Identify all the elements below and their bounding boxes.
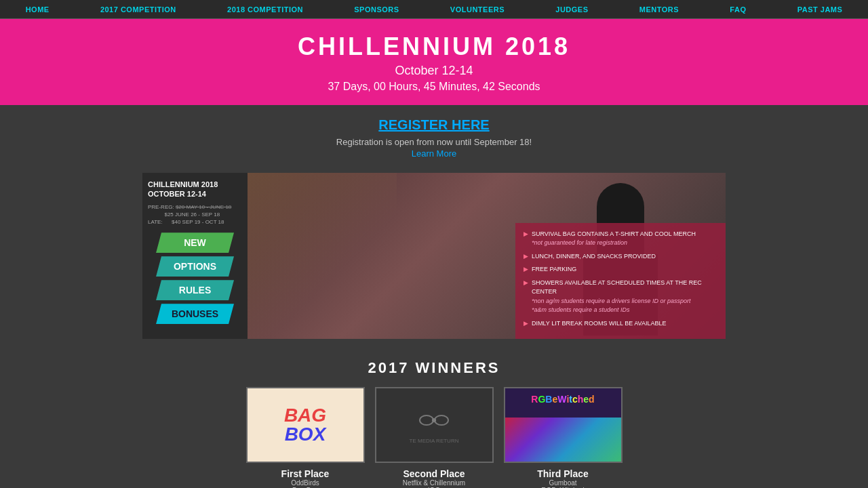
arrow-icon-3: ▶ [524, 265, 528, 274]
first-place-sponsor: OddBirds [246, 479, 365, 487]
nav-home[interactable]: HOME [20, 5, 55, 14]
second-place-image: TE MEDIA RETURN [375, 387, 494, 463]
menu-options-button[interactable]: OPTIONS [156, 256, 234, 277]
showers-note-2: *a&m students require a student IDs [532, 306, 630, 313]
event-title: CHILLENNIUM 2018 [0, 33, 868, 61]
first-place-card[interactable]: BAGBOX First Place OddBirds Bag Box [246, 387, 365, 488]
bag-box-art: BAGBOX [284, 406, 326, 444]
break-rooms-text: DIMLY LIT BREAK ROOMS WILL BE AVAILABLE [532, 319, 666, 329]
showers-note: *non ag/m students require a drivers lic… [532, 298, 691, 304]
third-place-label: Third Place [504, 468, 623, 479]
register-link[interactable]: REGISTER HERE [378, 117, 489, 132]
top-winners-row: BAGBOX First Place OddBirds Bag Box TE M… [0, 387, 868, 488]
arrow-icon-5: ▶ [524, 319, 528, 329]
showers-text: SHOWERS AVAILABLE AT SCHEDULED TIMES AT … [532, 279, 702, 296]
event-date: October 12-14 [0, 64, 868, 78]
promo-left-panel: CHILLENNIUM 2018 OCTOBER 12-14 PRE-REG: … [142, 173, 248, 339]
rgb-gradient [505, 418, 621, 462]
nav-mentors[interactable]: MENTORS [634, 5, 684, 14]
survival-bag-text: SURVIVAL BAG CONTAINS A T-SHIRT AND COOL… [532, 230, 696, 237]
third-place-card[interactable]: RGBeWitched Third Place Gumboat RGBeWitc… [504, 387, 623, 488]
overlay-lunch: ▶ LUNCH, DINNER, AND SNACKS PROVIDED [524, 252, 717, 262]
third-place-sponsor: Gumboat [504, 479, 623, 487]
winners-section: 2017 WINNERS BAGBOX First Place OddBirds… [0, 352, 868, 488]
svg-point-1 [420, 415, 433, 425]
menu-bonuses-button[interactable]: BONUSES [156, 304, 234, 324]
pricing-table: PRE-REG: $20 MAY 10 - JUNE 18 $25 JUNE 2… [148, 203, 242, 226]
registration-description: Registration is open from now until Sept… [0, 137, 868, 147]
rgb-title: RGBeWitched [531, 394, 594, 405]
second-place-card[interactable]: TE MEDIA RETURN Second Place Netflix & C… [375, 387, 494, 488]
nav-sponsors[interactable]: SPONSORS [349, 5, 404, 14]
menu-new-button[interactable]: NEW [156, 232, 234, 253]
window-light [248, 173, 397, 339]
vr-glasses-icon [417, 407, 451, 434]
arrow-icon: ▶ [524, 230, 528, 239]
overlay-survival-bag: ▶ SURVIVAL BAG CONTAINS A T-SHIRT AND CO… [524, 230, 717, 248]
nav-volunteers[interactable]: VOLUNTEERS [445, 5, 510, 14]
event-banner: CHILLENNIUM 2018 October 12-14 37 Days, … [0, 19, 868, 105]
first-place-image: BAGBOX [246, 387, 365, 463]
arrow-icon-4: ▶ [524, 279, 528, 288]
menu-rules-button[interactable]: RULES [156, 280, 234, 300]
arrow-icon-2: ▶ [524, 252, 528, 262]
nav-past-jams[interactable]: PAST JAMS [792, 5, 848, 14]
countdown-timer: 37 Days, 00 Hours, 45 Minutes, 42 Second… [0, 81, 868, 93]
first-place-label: First Place [246, 468, 365, 479]
lunch-text: LUNCH, DINNER, AND SNACKS PROVIDED [532, 252, 656, 262]
nav-judges[interactable]: JUDGES [550, 5, 593, 14]
nav-2017-competition[interactable]: 2017 COMPETITION [95, 5, 182, 14]
parking-text: FREE PARKING [532, 265, 576, 274]
main-navigation: HOME 2017 COMPETITION 2018 COMPETITION S… [0, 0, 868, 19]
survival-bag-note: *not guaranteed for late registration [532, 239, 627, 246]
nav-2018-competition[interactable]: 2018 COMPETITION [222, 5, 309, 14]
promo-features-overlay: ▶ SURVIVAL BAG CONTAINS A T-SHIRT AND CO… [515, 223, 726, 340]
overlay-break-rooms: ▶ DIMLY LIT BREAK ROOMS WILL BE AVAILABL… [524, 319, 717, 329]
learn-more-link[interactable]: Learn More [412, 148, 456, 159]
overlay-parking: ▶ FREE PARKING [524, 265, 717, 274]
overlay-showers: ▶ SHOWERS AVAILABLE AT SCHEDULED TIMES A… [524, 279, 717, 315]
promo-event-title: CHILLENNIUM 2018 OCTOBER 12-14 [148, 180, 242, 199]
second-place-text: TE MEDIA RETURN [410, 438, 459, 444]
third-place-image: RGBeWitched [504, 387, 623, 463]
promo-image-area: ▶ SURVIVAL BAG CONTAINS A T-SHIRT AND CO… [248, 173, 726, 339]
svg-point-2 [435, 415, 448, 425]
register-section: REGISTER HERE Registration is open from … [0, 105, 868, 166]
winners-title: 2017 WINNERS [0, 359, 868, 377]
promo-container: CHILLENNIUM 2018 OCTOBER 12-14 PRE-REG: … [142, 173, 726, 339]
nav-faq[interactable]: FAQ [724, 5, 751, 14]
second-place-label: Second Place [375, 468, 494, 479]
second-place-sponsor: Netflix & Chillennium [375, 479, 494, 487]
late-pricing: LATE: $40 SEP 19 - OCT 18 [148, 218, 242, 226]
preregistered-pricing: PRE-REG: $20 MAY 10 - JUNE 18 $25 JUNE 2… [148, 203, 242, 218]
